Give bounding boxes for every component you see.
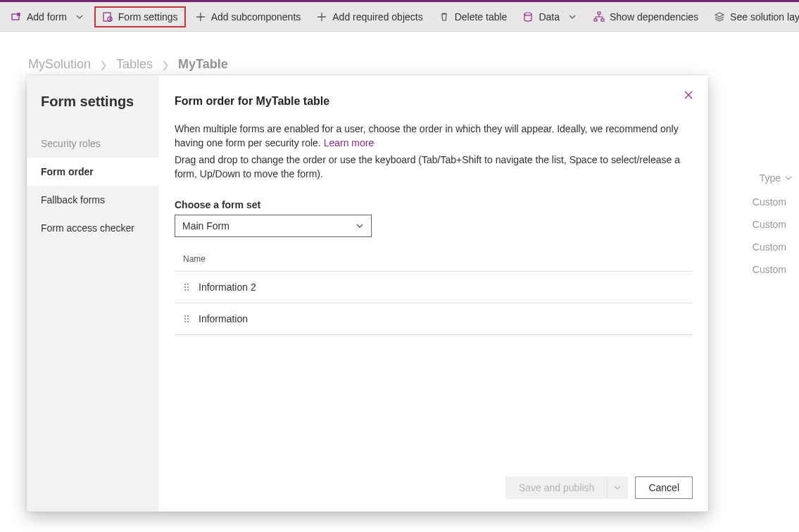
svg-point-13 <box>187 289 189 291</box>
sidebar-item-form-order[interactable]: Form order <box>27 158 159 186</box>
save-and-publish-dropdown <box>607 476 628 499</box>
close-icon <box>683 89 694 101</box>
add-required-objects-button[interactable]: Add required objects <box>310 8 429 26</box>
form-order-row[interactable]: Information <box>175 303 693 335</box>
close-button[interactable] <box>679 85 698 105</box>
chevron-down-icon <box>614 484 621 491</box>
form-set-label: Choose a form set <box>175 199 693 210</box>
drag-handle-icon[interactable] <box>183 282 190 292</box>
svg-point-10 <box>184 286 186 288</box>
sidebar-item-fallback-forms[interactable]: Fallback forms <box>27 186 159 214</box>
svg-point-18 <box>184 321 186 322</box>
delete-table-button[interactable]: Delete table <box>432 8 514 26</box>
svg-rect-6 <box>594 19 597 21</box>
save-and-publish-split-button: Save and publish <box>505 476 628 499</box>
see-solution-layers-label: See solution layers <box>730 11 799 23</box>
panel-description: When multiple forms are enabled for a us… <box>175 122 693 150</box>
learn-more-link[interactable]: Learn more <box>324 137 375 148</box>
add-form-label: Add form <box>27 11 67 23</box>
list-header-name: Name <box>175 247 693 272</box>
svg-point-11 <box>187 286 189 288</box>
dependencies-icon <box>593 11 605 23</box>
chevron-down-icon <box>356 222 364 230</box>
form-row-name: Information <box>199 313 248 324</box>
form-settings-button[interactable]: Form settings <box>94 6 186 27</box>
panel-sidebar: Form settings Security roles Form order … <box>27 75 159 512</box>
panel-side-title: Form settings <box>27 94 159 129</box>
svg-point-3 <box>109 18 111 20</box>
panel-main: Form order for MyTable table When multip… <box>159 75 708 512</box>
svg-rect-7 <box>601 19 604 21</box>
svg-rect-5 <box>598 12 600 14</box>
form-set-select[interactable]: Main Form <box>175 215 372 237</box>
add-form-icon <box>11 11 22 23</box>
svg-point-17 <box>187 318 189 319</box>
show-dependencies-label: Show dependencies <box>610 11 698 23</box>
form-settings-icon <box>102 11 113 23</box>
data-button[interactable]: Data <box>516 8 584 26</box>
form-order-row[interactable]: Information 2 <box>175 272 693 303</box>
add-required-objects-label: Add required objects <box>332 11 422 23</box>
panel-footer: Save and publish Cancel <box>505 476 693 499</box>
panel-description-2: Drag and drop to change the order or use… <box>175 153 693 181</box>
sidebar-item-form-access-checker[interactable]: Form access checker <box>27 214 159 242</box>
svg-point-15 <box>187 315 189 317</box>
add-subcomponents-label: Add subcomponents <box>211 11 301 23</box>
drag-handle-icon[interactable] <box>183 314 190 324</box>
panel-heading: Form order for MyTable table <box>175 95 693 108</box>
form-row-name: Information 2 <box>199 281 256 293</box>
form-set-value: Main Form <box>182 220 229 232</box>
show-dependencies-button[interactable]: Show dependencies <box>587 8 705 26</box>
see-solution-layers-button[interactable]: See solution layers <box>707 8 799 26</box>
trash-icon <box>439 11 450 23</box>
form-settings-panel: Form settings Security roles Form order … <box>27 75 708 512</box>
form-settings-label: Form settings <box>118 11 178 23</box>
svg-point-9 <box>187 284 189 285</box>
delete-table-label: Delete table <box>455 11 508 23</box>
plus-icon <box>316 11 327 23</box>
desc-text: When multiple forms are enabled for a us… <box>175 123 679 148</box>
svg-point-8 <box>184 284 186 285</box>
command-bar: Add form Form settings Add subcomponents… <box>0 2 799 32</box>
save-and-publish-button: Save and publish <box>505 476 607 499</box>
data-label: Data <box>539 11 560 23</box>
svg-point-14 <box>184 315 186 317</box>
cancel-button[interactable]: Cancel <box>635 476 693 499</box>
database-icon <box>522 11 534 23</box>
svg-point-4 <box>524 13 531 15</box>
layers-icon <box>714 11 725 23</box>
add-form-button[interactable]: Add form <box>4 8 92 26</box>
sidebar-item-security-roles[interactable]: Security roles <box>27 129 159 158</box>
modal-overlay: Form settings Security roles Form order … <box>0 32 799 532</box>
chevron-down-icon <box>567 11 578 23</box>
chevron-down-icon <box>74 11 85 23</box>
add-subcomponents-button[interactable]: Add subcomponents <box>189 8 308 26</box>
svg-point-19 <box>187 321 189 322</box>
svg-point-12 <box>184 289 186 291</box>
plus-icon <box>195 11 206 23</box>
svg-point-16 <box>184 318 186 319</box>
